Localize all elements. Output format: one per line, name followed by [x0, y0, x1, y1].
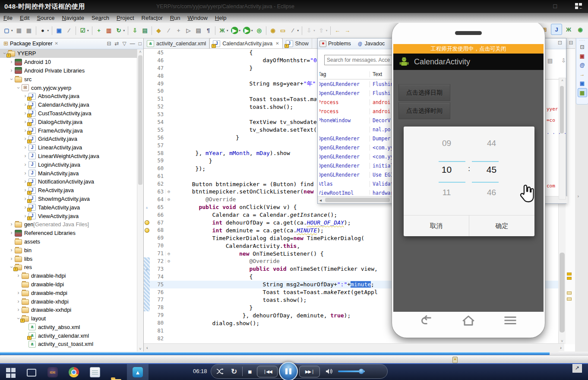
chevron-icon[interactable]: › [16, 307, 21, 313]
tree-item-src[interactable]: ›src [0, 75, 137, 83]
key-icon[interactable]: ◆ [154, 25, 163, 36]
menu-project[interactable]: Project [117, 15, 134, 21]
editor-tab-show[interactable]: J!Show [283, 38, 312, 48]
menu-source[interactable]: Source [37, 15, 54, 21]
chevron-icon[interactable]: › [9, 68, 14, 73]
cancel-button[interactable]: 取消 [404, 215, 469, 236]
taskbar-start-icon[interactable] [6, 367, 16, 378]
paint-icon[interactable]: ∕ [164, 25, 173, 36]
chevron-icon[interactable]: › [16, 85, 21, 91]
prev-annotation-icon[interactable]: ⇧▾ [317, 25, 329, 36]
debug-perspective-icon[interactable]: Ж [563, 24, 574, 35]
tree-item-frameactivity-java[interactable]: ›J!FrameActivity.java [0, 126, 137, 135]
taskbar-eclipse-icon[interactable]: IDE [47, 367, 58, 377]
forward-icon[interactable]: → [343, 25, 352, 36]
tree-item-gen[interactable]: ›gen [Generated Java Files] [0, 220, 137, 229]
tree-item-android-private-libraries[interactable]: ›Android Private Libraries [0, 66, 137, 75]
annotation-marker[interactable] [567, 291, 572, 294]
scroll-left-icon[interactable]: ‹ [146, 345, 148, 350]
run-external-icon[interactable]: ▶▾ [242, 25, 254, 36]
tree-item-loginactivity-java[interactable]: ›JLoginActivity.java [0, 160, 137, 169]
tree-item-showimgactivity-java[interactable]: ›J!ShowImgActivity.java [0, 195, 137, 203]
next-annotation-icon[interactable]: ⇩▾ [304, 25, 316, 36]
tree-item-tableactivity-java[interactable]: ›J!TableActivity.java [0, 203, 137, 212]
panel-tab-problems[interactable]: Problems [319, 41, 351, 47]
chevron-icon[interactable]: › [9, 256, 14, 262]
tree-item-activity-abso-xml[interactable]: aactivity_abso.xml [0, 323, 137, 332]
back-button[interactable] [419, 314, 434, 327]
pointer-icon[interactable]: + [174, 25, 183, 36]
home-button[interactable] [461, 314, 476, 327]
tree-item-drawable-ldpi[interactable]: drawable-ldpi [0, 280, 137, 289]
declaration-view-icon[interactable]: → [578, 70, 587, 78]
ddms-device-icon[interactable]: ⇩ [130, 25, 139, 36]
fold-icon[interactable]: ⊖ [165, 259, 172, 263]
panel-window-buttons[interactable]: ⊡ ⊟ [558, 40, 575, 46]
chevron-icon[interactable]: › [22, 171, 28, 176]
next-button[interactable]: ▶▶❘ [299, 366, 320, 377]
menu-run[interactable]: Run [170, 15, 180, 21]
pause-button[interactable] [279, 362, 298, 380]
tree-item-linearweightactivity-java[interactable]: ›JLinearWeightActivity.java [0, 152, 137, 161]
scroll-down-icon[interactable]: ˅ [137, 347, 143, 351]
minute-value[interactable]: 44 [475, 139, 508, 148]
panel-tab-javadoc[interactable]: @Javadoc [357, 41, 385, 47]
chevron-icon[interactable]: › [9, 59, 14, 65]
previous-button[interactable]: ❘◀◀ [257, 366, 278, 377]
minute-value[interactable]: 45 [475, 165, 508, 175]
tree-item-notificationactivity-java[interactable]: ›J!NotificationActivity.java [0, 177, 137, 186]
tree-item-reactivity-java[interactable]: ›J!ReActivity.java [0, 186, 137, 195]
dev-banner[interactable]: 工程师开发使用中，点击可关闭 [393, 44, 544, 54]
problems-view-icon[interactable]: ▣ [578, 52, 587, 60]
menu-navigate[interactable]: Navigate [62, 15, 84, 21]
tree-item-gridactivity-java[interactable]: ›J!GridActivity.java [0, 135, 137, 143]
column-header-tag[interactable]: Tag [319, 71, 370, 77]
save-icon[interactable]: ▦ [15, 25, 24, 36]
tree-item-com-yyjcw-yyerp[interactable]: ›⊞com.yyjcw.yyerp [0, 83, 137, 92]
menu-search[interactable]: Search [92, 15, 109, 21]
scroll-up-icon[interactable]: ˄ [137, 50, 143, 54]
chevron-icon[interactable]: › [9, 247, 14, 253]
menu-refactor[interactable]: Refactor [142, 15, 163, 21]
tree-item-yyerp[interactable]: ›!YYERP [0, 49, 137, 58]
screen-capture-icon[interactable]: ▤ [140, 25, 149, 36]
fold-icon[interactable]: ⊖ [165, 189, 172, 194]
fold-icon[interactable]: ⊖ [165, 251, 172, 256]
hour-value[interactable]: 10 [430, 165, 463, 175]
tree-item-libs[interactable]: ›libs [0, 254, 137, 263]
volume-icon[interactable] [325, 368, 334, 375]
logcat-view-icon[interactable]: ▦ [578, 88, 587, 97]
annotation-marker[interactable] [567, 272, 572, 276]
tree-item-android-10[interactable]: ›Android 10 [0, 58, 137, 66]
tree-item-custtoastactivity-java[interactable]: ›J!CustToastActivity.java [0, 109, 137, 118]
tree-item-assets[interactable]: assets [0, 238, 137, 246]
user-icon[interactable]: ●▾ [38, 25, 50, 36]
logcat-vertical-scrollbar[interactable]: ˄ [559, 78, 566, 200]
debug-icon[interactable]: Ж▾ [218, 25, 229, 36]
sdk-manager-icon[interactable]: ▥ [104, 25, 114, 36]
restore-view-icon[interactable]: ⊡ [578, 43, 587, 51]
shuffle-icon[interactable] [216, 368, 225, 375]
menu-button[interactable] [503, 314, 518, 327]
pick-time-button[interactable]: 点击选择时间 [398, 102, 450, 119]
scroll-right-icon[interactable]: › [560, 345, 562, 350]
stop-button[interactable]: ■ [248, 368, 252, 375]
back-icon[interactable]: ← [333, 25, 342, 36]
fullscreen-button[interactable]: ↗ [572, 364, 582, 373]
scroll-left-icon[interactable]: ◂ [319, 198, 322, 203]
save-all-icon[interactable]: ▩ [25, 25, 34, 36]
tree-item-res[interactable]: ›!res [0, 263, 137, 272]
tree-item-referenced-libraries[interactable]: ›Referenced Libraries [0, 229, 137, 238]
minimize-icon[interactable]: — [130, 41, 135, 47]
tree-item-drawable-hdpi[interactable]: ›drawable-hdpi [0, 272, 137, 280]
menu-edit[interactable]: Edit [20, 15, 29, 21]
new-icon[interactable]: ▢▾ [2, 25, 14, 36]
open-type-icon[interactable]: ◉ [269, 25, 278, 36]
tree-item-activity-cust-toast-xml[interactable]: aactivity_cust_toast.xml [0, 340, 137, 348]
tree-item-absoactivity-java[interactable]: ›J!AbsoActivity.java [0, 92, 137, 101]
tree-item-viewactivity-java[interactable]: ›J!ViewActivity.java [0, 212, 137, 220]
annotation-marker[interactable] [567, 298, 572, 301]
taskbar-notepad-icon[interactable] [90, 367, 100, 377]
tree-item-dialogactivity-java[interactable]: ›J!DialogActivity.java [0, 117, 137, 126]
tree-item-drawable-xxhdpi[interactable]: ›drawable-xxhdpi [0, 306, 137, 314]
